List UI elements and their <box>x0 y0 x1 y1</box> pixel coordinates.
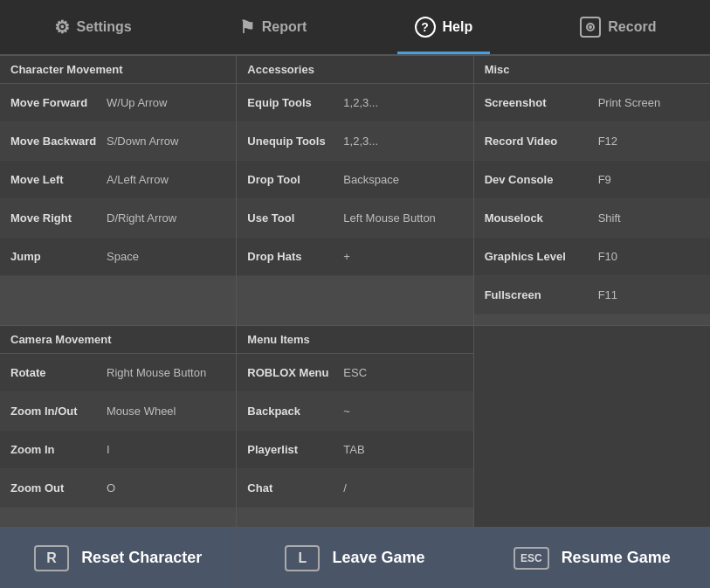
table-row: PlayerlistTAB <box>237 431 472 469</box>
action-label: Move Forward <box>10 96 107 109</box>
tab-record-label: Record <box>608 19 656 35</box>
action-label: Screenshot <box>485 96 598 109</box>
action-label: Zoom In <box>10 443 107 456</box>
table-row: ROBLOX MenuESC <box>237 354 472 392</box>
key-label: O <box>107 481 115 495</box>
table-row: Unequip Tools1,2,3... <box>237 122 472 161</box>
header: ⚙ Settings ⚑ Report ? Help Record <box>0 0 710 56</box>
action-label: Fullscreen <box>485 288 598 301</box>
key-label: S/Down Arrow <box>107 135 178 148</box>
resume-label: Resume Game <box>562 549 671 567</box>
leave-label: Leave Game <box>332 549 424 567</box>
action-label: Use Tool <box>247 211 343 225</box>
reset-label: Reset Character <box>81 549 202 567</box>
resume-game-button[interactable]: ESC Resume Game <box>474 528 710 588</box>
accessories-header: Accessories <box>237 56 472 84</box>
action-label: Equip Tools <box>247 96 343 109</box>
table-row: Dev ConsoleF9 <box>474 161 710 199</box>
record-icon <box>580 17 601 38</box>
key-label: Shift <box>598 211 621 225</box>
misc-rows: ScreenshotPrint ScreenRecord VideoF12Dev… <box>474 84 710 315</box>
key-label: Space <box>107 250 139 263</box>
bottom-row: Camera Movement RotateRight Mouse Button… <box>0 326 710 527</box>
main-content: Character Movement Move ForwardW/Up Arro… <box>0 56 710 527</box>
empty-bottom-column <box>474 326 710 527</box>
tab-record[interactable]: Record <box>562 0 673 54</box>
table-row: ScreenshotPrint Screen <box>474 84 710 122</box>
action-label: Playerlist <box>247 443 343 456</box>
table-row: Graphics LevelF10 <box>474 238 710 276</box>
key-label: Left Mouse Button <box>343 211 436 225</box>
key-label: F10 <box>598 250 617 263</box>
key-label: Mouse Wheel <box>107 405 176 418</box>
action-label: Zoom In/Out <box>10 405 107 418</box>
key-label: I <box>107 443 110 456</box>
top-row: Character Movement Move ForwardW/Up Arro… <box>0 56 710 326</box>
tab-settings[interactable]: ⚙ Settings <box>37 0 149 54</box>
reset-character-button[interactable]: R Reset Character <box>0 528 237 588</box>
action-label: Move Left <box>10 173 107 186</box>
action-label: Rotate <box>10 366 107 379</box>
action-label: Move Backward <box>10 135 107 148</box>
accessories-rows: Equip Tools1,2,3...Unequip Tools1,2,3...… <box>237 84 472 276</box>
key-label: Backspace <box>343 173 399 186</box>
tab-help[interactable]: ? Help <box>397 0 491 54</box>
table-row: Use ToolLeft Mouse Button <box>237 199 472 238</box>
table-row: Zoom In/OutMouse Wheel <box>0 392 236 431</box>
table-row: Drop Hats+ <box>237 238 472 276</box>
key-label: D/Right Arrow <box>107 211 176 225</box>
tab-help-label: Help <box>443 19 473 35</box>
key-label: ~ <box>343 405 350 418</box>
leave-game-button[interactable]: L Leave Game <box>237 528 473 588</box>
camera-movement-header: Camera Movement <box>0 326 236 354</box>
action-label: Drop Tool <box>247 173 343 186</box>
resume-key-badge: ESC <box>514 547 549 570</box>
action-label: Record Video <box>485 135 598 148</box>
menu-items-column: Menu Items ROBLOX MenuESCBackpack~Player… <box>237 326 473 527</box>
table-row: Equip Tools1,2,3... <box>237 84 472 122</box>
tab-settings-label: Settings <box>77 19 132 35</box>
footer: R Reset Character L Leave Game ESC Resum… <box>0 527 710 588</box>
camera-movement-column: Camera Movement RotateRight Mouse Button… <box>0 326 237 527</box>
table-row: Backpack~ <box>237 392 472 431</box>
key-label: A/Left Arrow <box>107 173 169 186</box>
key-label: Right Mouse Button <box>107 366 206 379</box>
misc-header: Misc <box>474 56 710 84</box>
key-label: F9 <box>598 173 611 186</box>
table-row: Move LeftA/Left Arrow <box>0 161 236 199</box>
action-label: Graphics Level <box>485 250 598 263</box>
table-row: Chat/ <box>237 469 472 508</box>
report-icon: ⚑ <box>239 17 255 38</box>
key-label: Print Screen <box>598 96 661 109</box>
table-row: Drop ToolBackspace <box>237 161 472 199</box>
action-label: Backpack <box>247 405 343 418</box>
misc-column: Misc ScreenshotPrint ScreenRecord VideoF… <box>474 56 710 325</box>
key-label: F11 <box>598 288 617 301</box>
character-movement-column: Character Movement Move ForwardW/Up Arro… <box>0 56 237 325</box>
key-label: / <box>343 481 347 495</box>
accessories-column: Accessories Equip Tools1,2,3...Unequip T… <box>237 56 473 325</box>
table-row: Record VideoF12 <box>474 122 710 161</box>
action-label: Jump <box>10 250 107 263</box>
help-icon: ? <box>415 17 436 38</box>
character-movement-header: Character Movement <box>0 56 236 84</box>
table-row: Move ForwardW/Up Arrow <box>0 84 236 122</box>
character-movement-rows: Move ForwardW/Up ArrowMove BackwardS/Dow… <box>0 84 236 276</box>
table-row: JumpSpace <box>0 238 236 276</box>
key-label: TAB <box>343 443 364 456</box>
action-label: Move Right <box>10 211 107 225</box>
key-label: W/Up Arrow <box>107 96 167 109</box>
table-row: MouselockShift <box>474 199 710 238</box>
action-label: ROBLOX Menu <box>247 366 343 379</box>
tab-report-label: Report <box>262 19 307 35</box>
table-row: Zoom OutO <box>0 469 236 508</box>
action-label: Drop Hats <box>247 250 343 263</box>
menu-items-header: Menu Items <box>237 326 472 354</box>
action-label: Unequip Tools <box>247 135 343 148</box>
table-row: Move RightD/Right Arrow <box>0 199 236 238</box>
tab-report[interactable]: ⚑ Report <box>222 0 325 54</box>
action-label: Chat <box>247 481 343 495</box>
leave-key-badge: L <box>285 545 320 571</box>
action-label: Mouselock <box>485 211 598 225</box>
table-row: Zoom InI <box>0 431 236 469</box>
